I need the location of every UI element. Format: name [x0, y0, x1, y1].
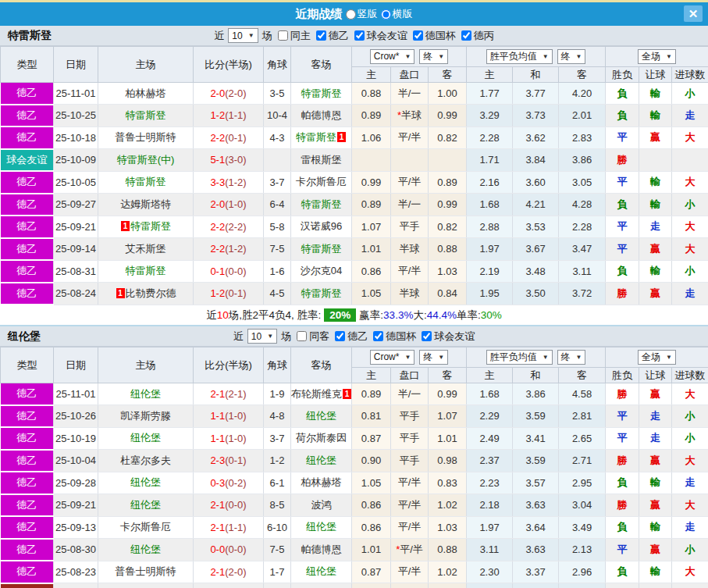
match-count-select[interactable]: 10▼	[247, 329, 277, 344]
outcome-result-cell: 負	[606, 194, 639, 216]
home-team-cell: 特雷斯登	[98, 171, 194, 194]
goals-result-cell: 走	[672, 283, 708, 305]
halftime-score: (1-1)	[225, 109, 246, 121]
avg-final-select[interactable]: 终▼	[557, 49, 586, 64]
corner-cell: 6-10	[264, 516, 291, 539]
vertical-radio-icon[interactable]	[346, 9, 356, 20]
avg-final-select[interactable]: 终▼	[557, 350, 586, 365]
select-label: 全场	[642, 351, 660, 364]
away-odds-cell: 0.84	[429, 283, 467, 305]
match-row: 德乙25-10-18普鲁士明斯特2-2(0-1)4-3特雷斯登11.06平/半0…	[1, 127, 708, 149]
same-venue-checkbox[interactable]	[278, 30, 288, 41]
summary-text: 赢率:	[359, 308, 383, 323]
handicap-text: 平/半	[398, 565, 422, 577]
handicap-text: 平/半	[398, 499, 422, 511]
goals-result-cell: 小	[672, 194, 708, 216]
sub-column-header: 盘口	[391, 67, 429, 83]
league-checkbox[interactable]	[354, 30, 365, 41]
home-team-name: 凯泽斯劳滕	[120, 410, 171, 422]
away-team-name: 卡尔斯鲁厄	[296, 176, 347, 187]
corner-cell: 10-4	[264, 105, 291, 127]
horizontal-radio-icon[interactable]	[381, 9, 391, 20]
halftime-score: (0-0)	[225, 543, 246, 555]
chevron-down-icon: ▼	[543, 354, 549, 361]
scope-select[interactable]: 全场▼	[638, 49, 676, 64]
away-team-name: 纽伦堡	[306, 565, 336, 577]
home-team-name: 特雷斯登(中)	[117, 154, 175, 166]
score-cell: 2-1(0-0)	[194, 494, 264, 517]
outcome-result-cell: 負	[606, 472, 639, 494]
score-cell: 2-0(2-0)	[194, 83, 264, 105]
odds-final-select[interactable]: 终▼	[419, 49, 448, 64]
league-checkbox[interactable]	[335, 331, 345, 341]
same-venue-checkbox[interactable]	[297, 331, 307, 341]
select-label: 终	[561, 351, 571, 364]
close-icon[interactable]: ✕	[684, 5, 703, 22]
date-cell: 25-10-26	[54, 405, 98, 428]
score-cell: 2-1(2-1)	[194, 383, 264, 405]
column-header: 客场	[291, 347, 352, 383]
outcome-result-cell: 平	[606, 427, 639, 450]
sub-column-header: 让球	[639, 368, 672, 383]
fulltime-score: 2-2	[210, 221, 225, 233]
corner-cell: 1-9	[264, 383, 291, 405]
away-team-name: 汉诺威96	[301, 220, 342, 232]
league-checkbox[interactable]	[413, 30, 423, 41]
away-team-cell: 特雷斯登1	[291, 127, 352, 149]
date-cell: 25-11-01	[54, 83, 98, 105]
home-avg-cell: 1.77	[467, 83, 513, 105]
date-cell: 25-08-30	[54, 539, 98, 561]
result-avg-select[interactable]: 胜平负均值▼	[486, 350, 553, 365]
outcome-result-cell: 平	[606, 405, 639, 428]
bookmaker-select[interactable]: Crow*▼	[370, 49, 415, 64]
draw-avg-cell: 3.50	[513, 283, 559, 305]
match-row: 德乙25-11-01纽伦堡2-1(2-1)1-9布轮斯维克10.89半/一0.9…	[1, 383, 708, 405]
odds-final-select[interactable]: 终▼	[419, 350, 448, 365]
window-title: 近期战绩	[296, 7, 343, 22]
scope-select[interactable]: 全场▼	[638, 350, 676, 365]
away-team-cell: 特雷斯登	[291, 283, 352, 305]
chevron-down-icon: ▼	[576, 53, 582, 60]
score-cell: 5-1(3-0)	[194, 149, 264, 172]
corner-cell: 1-7	[264, 561, 291, 583]
league-checkbox[interactable]	[461, 30, 471, 41]
home-avg-cell: 1.68	[467, 194, 513, 216]
result-group-header: 全场▼	[606, 347, 708, 368]
result-avg-select[interactable]: 胜平负均值▼	[486, 49, 553, 64]
away-odds-cell: 1.00	[429, 83, 467, 105]
away-avg-cell: 3.04	[559, 494, 606, 517]
radio-horizontal-layout[interactable]: 横版	[381, 7, 413, 21]
date-cell: 25-08-31	[54, 260, 98, 283]
draw-avg-cell: 3.59	[513, 405, 559, 428]
home-team-name: 普鲁士明斯特	[116, 565, 176, 577]
score-cell: 2-1(2-0)	[194, 561, 264, 583]
home-avg-cell: 6.93	[467, 583, 513, 588]
corner-cell: 5-8	[264, 216, 291, 238]
league-checkbox[interactable]	[422, 331, 432, 341]
bookmaker-select[interactable]: Crow*▼	[370, 350, 415, 365]
home-team-name: 纽伦堡	[130, 432, 161, 444]
select-label: 胜平负均值	[490, 50, 537, 63]
corner-cell: 6-4	[264, 194, 291, 216]
corner-cell: 6-1	[264, 472, 291, 494]
league-checkbox[interactable]	[316, 30, 326, 41]
halftime-score: (1-2)	[225, 243, 246, 255]
handicap-text: 半球	[400, 287, 420, 299]
goals-result-cell: 大	[672, 583, 708, 588]
goals-result-cell: 大	[672, 238, 708, 261]
league-label: 德丙	[474, 29, 494, 43]
home-avg-cell: 2.19	[467, 260, 513, 283]
away-odds-cell: 1.02	[429, 494, 467, 517]
radio-vertical-layout[interactable]: 竖版	[346, 7, 378, 21]
sub-column-header: 和	[513, 368, 559, 383]
home-odds-cell: 0.86	[352, 260, 391, 283]
score-cell: 0-1(0-0)	[194, 260, 264, 283]
home-avg-cell: 2.29	[467, 405, 513, 428]
outcome-result-cell: 平	[606, 127, 639, 149]
league-checkbox[interactable]	[373, 331, 383, 341]
goals-result-cell: 大	[672, 450, 708, 472]
halftime-score: (2-1)	[225, 388, 246, 400]
match-count-select[interactable]: 10▼	[228, 28, 258, 43]
away-odds-cell: 1.03	[429, 516, 467, 539]
away-odds-cell: 1.07	[429, 405, 467, 428]
